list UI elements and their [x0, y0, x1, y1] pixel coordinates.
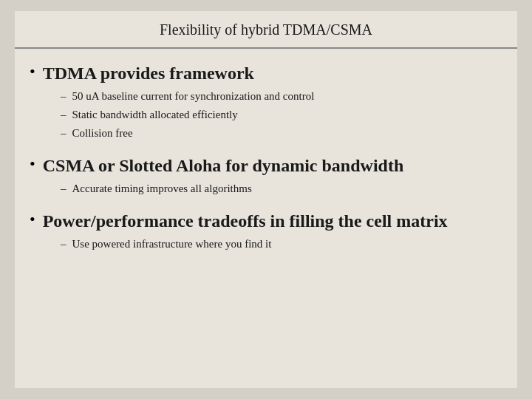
- bullet-dot-1: •: [30, 62, 35, 81]
- sub-bullet-1-1: – 50 uA baseline current for synchroniza…: [61, 89, 495, 104]
- slide-title: Flexibility of hybrid TDMA/CSMA: [15, 11, 517, 49]
- sub-bullet-2-1: – Accurate timing improves all algorithm…: [61, 181, 495, 197]
- sub-text-1-1: 50 uA baseline current for synchronizati…: [72, 89, 315, 104]
- sub-dash-1-3: –: [61, 126, 66, 141]
- bullet-item-1: • TDMA provides framework – 50 uA baseli…: [30, 62, 495, 141]
- bullet-main-1: • TDMA provides framework: [30, 62, 495, 84]
- sub-dash-3-1: –: [61, 236, 66, 252]
- sub-dash-1-1: –: [61, 89, 66, 104]
- bullet-item-3: • Power/performance tradeoffs in filling…: [30, 210, 495, 252]
- sub-text-2-1: Accurate timing improves all algorithms: [72, 181, 252, 197]
- bullet-text-2: CSMA or Slotted Aloha for dynamic bandwi…: [43, 154, 404, 177]
- slide: Flexibility of hybrid TDMA/CSMA • TDMA p…: [15, 11, 517, 388]
- bullet-dot-3: •: [30, 210, 35, 229]
- sub-bullet-1-3: – Collision free: [61, 126, 495, 141]
- sub-text-1-2: Static bandwidth allocated efficiently: [72, 107, 238, 123]
- sub-bullets-1: – 50 uA baseline current for synchroniza…: [61, 89, 495, 141]
- slide-content: • TDMA provides framework – 50 uA baseli…: [15, 49, 517, 388]
- bullet-main-2: • CSMA or Slotted Aloha for dynamic band…: [30, 154, 495, 177]
- sub-bullet-1-2: – Static bandwidth allocated efficiently: [61, 107, 495, 123]
- sub-text-3-1: Use powered infrastructure where you fin…: [72, 236, 272, 252]
- bullet-item-2: • CSMA or Slotted Aloha for dynamic band…: [30, 154, 495, 197]
- sub-dash-2-1: –: [61, 181, 66, 197]
- bullet-text-1: TDMA provides framework: [43, 62, 254, 84]
- bullet-main-3: • Power/performance tradeoffs in filling…: [30, 210, 495, 232]
- sub-dash-1-2: –: [61, 107, 66, 123]
- sub-text-1-3: Collision free: [72, 126, 133, 141]
- sub-bullets-3: – Use powered infrastructure where you f…: [61, 236, 495, 252]
- sub-bullets-2: – Accurate timing improves all algorithm…: [61, 181, 495, 197]
- sub-bullet-3-1: – Use powered infrastructure where you f…: [61, 236, 495, 252]
- bullet-dot-2: •: [30, 154, 35, 174]
- bullet-text-3: Power/performance tradeoffs in filling t…: [43, 210, 448, 232]
